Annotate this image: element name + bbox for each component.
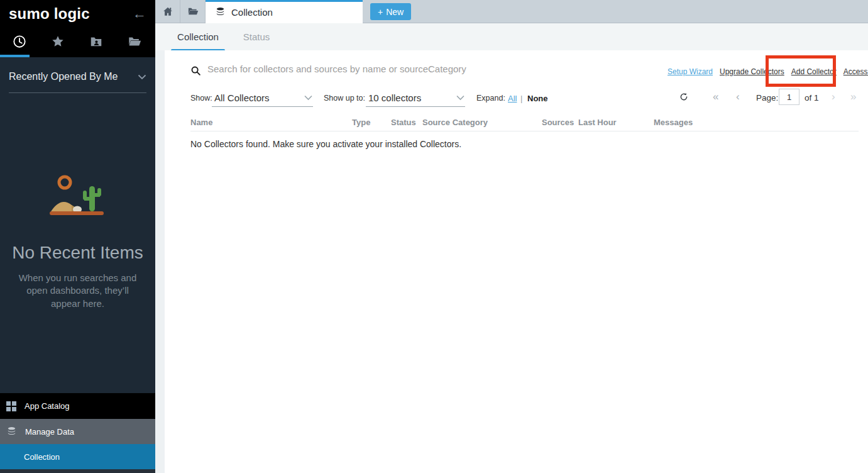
sidebar-panel: Recently Opened By Me No Recent Items Wh… bbox=[0, 57, 155, 393]
sidebar-nav: App Catalog Manage Data Collection bbox=[0, 393, 155, 469]
show-up-to-label: Show up to: bbox=[324, 94, 365, 103]
top-tab-bar: Collection + New bbox=[155, 0, 868, 23]
sidebar-icon-tabs bbox=[0, 30, 155, 53]
empty-state-title: No Recent Items bbox=[0, 243, 155, 263]
clock-icon bbox=[13, 35, 26, 48]
tab-status[interactable]: Status bbox=[236, 23, 277, 50]
plus-icon: + bbox=[378, 7, 383, 17]
sumo-logic-logo: sumo logic bbox=[9, 5, 90, 23]
page-size-value: 10 collectors bbox=[368, 92, 421, 103]
open-folder-icon bbox=[128, 35, 141, 48]
setup-wizard-link[interactable]: Setup Wizard bbox=[667, 67, 713, 76]
access-keys-link[interactable]: Access Keys bbox=[843, 67, 868, 76]
new-button-label: New bbox=[386, 7, 404, 17]
secondary-tab-strip: Collection Status bbox=[155, 23, 868, 50]
column-header-source-category: Source Category bbox=[422, 118, 488, 127]
page-label: Page: bbox=[756, 93, 778, 103]
page-count-label: of 1 bbox=[805, 93, 819, 103]
column-header-status: Status bbox=[391, 118, 416, 127]
show-label: Show: bbox=[190, 94, 212, 103]
show-filter-dropdown[interactable]: All Collectors bbox=[212, 89, 313, 107]
tab-label: Status bbox=[243, 31, 270, 42]
collapse-sidebar-icon[interactable]: ← bbox=[133, 7, 146, 21]
collection-page: Setup Wizard Upgrade Collectors Add Coll… bbox=[165, 50, 868, 473]
sidebar-header: sumo logic ← bbox=[0, 0, 155, 57]
empty-state-description: When you run searches and open dashboard… bbox=[12, 272, 144, 310]
sidebar: sumo logic ← bbox=[0, 0, 155, 473]
last-page-button[interactable]: » bbox=[850, 91, 856, 103]
page-number-input[interactable] bbox=[779, 89, 799, 105]
empty-table-message: No Collectors found. Make sure you activ… bbox=[190, 139, 461, 149]
home-button[interactable] bbox=[155, 0, 180, 23]
database-icon bbox=[6, 426, 17, 437]
next-page-button[interactable]: › bbox=[832, 91, 835, 103]
column-header-last-hour: Last Hour bbox=[578, 118, 617, 127]
previous-page-button[interactable]: ‹ bbox=[736, 91, 740, 103]
header-links: Setup Wizard Upgrade Collectors Add Coll… bbox=[667, 67, 868, 76]
recent-items-dropdown[interactable]: Recently Opened By Me bbox=[9, 71, 146, 93]
column-header-sources: Sources bbox=[542, 118, 574, 127]
desert-illustration-icon bbox=[48, 174, 108, 223]
column-header-name: Name bbox=[190, 118, 212, 127]
tab-collection[interactable]: Collection bbox=[171, 23, 225, 50]
nav-label: App Catalog bbox=[25, 401, 70, 411]
home-icon bbox=[162, 6, 173, 17]
no-recent-items-panel: No Recent Items When you run searches an… bbox=[0, 174, 155, 310]
new-button[interactable]: + New bbox=[370, 3, 411, 20]
tab-title: Collection bbox=[231, 7, 273, 18]
favorites-tab[interactable] bbox=[38, 30, 77, 53]
tab-label: Collection bbox=[177, 31, 219, 42]
scrollbar-track[interactable] bbox=[155, 50, 165, 473]
sidebar-item-collection[interactable]: Collection bbox=[0, 444, 155, 469]
show-filter-value: All Collectors bbox=[214, 92, 270, 103]
shared-content-tab[interactable] bbox=[77, 30, 115, 53]
column-header-type: Type bbox=[352, 118, 370, 127]
page-size-dropdown[interactable]: 10 collectors bbox=[366, 89, 465, 107]
library-button[interactable] bbox=[180, 0, 206, 23]
expand-separator: | bbox=[520, 94, 522, 103]
recents-tab[interactable] bbox=[0, 30, 38, 53]
upgrade-collectors-link[interactable]: Upgrade Collectors bbox=[720, 67, 784, 76]
nav-label: Manage Data bbox=[25, 427, 74, 437]
chevron-down-icon bbox=[456, 95, 465, 101]
expand-none-link[interactable]: None bbox=[527, 94, 548, 103]
sidebar-item-app-catalog[interactable]: App Catalog bbox=[0, 393, 155, 419]
dropdown-label: Recently Opened By Me bbox=[9, 71, 118, 82]
library-tab[interactable] bbox=[115, 30, 153, 53]
expand-all-link[interactable]: All bbox=[508, 94, 517, 103]
chevron-down-icon bbox=[304, 95, 313, 101]
sidebar-bottom-strip bbox=[0, 469, 155, 473]
search-icon bbox=[190, 65, 201, 76]
add-collector-link[interactable]: Add Collector bbox=[791, 67, 837, 76]
nav-label: Collection bbox=[24, 452, 60, 462]
column-header-messages: Messages bbox=[654, 118, 693, 127]
collection-tab[interactable]: Collection bbox=[206, 0, 363, 23]
database-icon bbox=[215, 7, 226, 18]
expand-label: Expand: bbox=[476, 94, 505, 103]
first-page-button[interactable]: « bbox=[713, 91, 718, 103]
user-folder-icon bbox=[89, 35, 103, 48]
search-input[interactable] bbox=[207, 60, 610, 77]
star-icon bbox=[51, 35, 65, 48]
refresh-icon[interactable] bbox=[679, 91, 689, 103]
sidebar-item-manage-data[interactable]: Manage Data bbox=[0, 419, 155, 444]
open-folder-icon bbox=[187, 6, 199, 17]
chevron-down-icon bbox=[138, 74, 146, 80]
table-header-divider bbox=[190, 131, 859, 131]
grid-icon bbox=[6, 401, 16, 411]
